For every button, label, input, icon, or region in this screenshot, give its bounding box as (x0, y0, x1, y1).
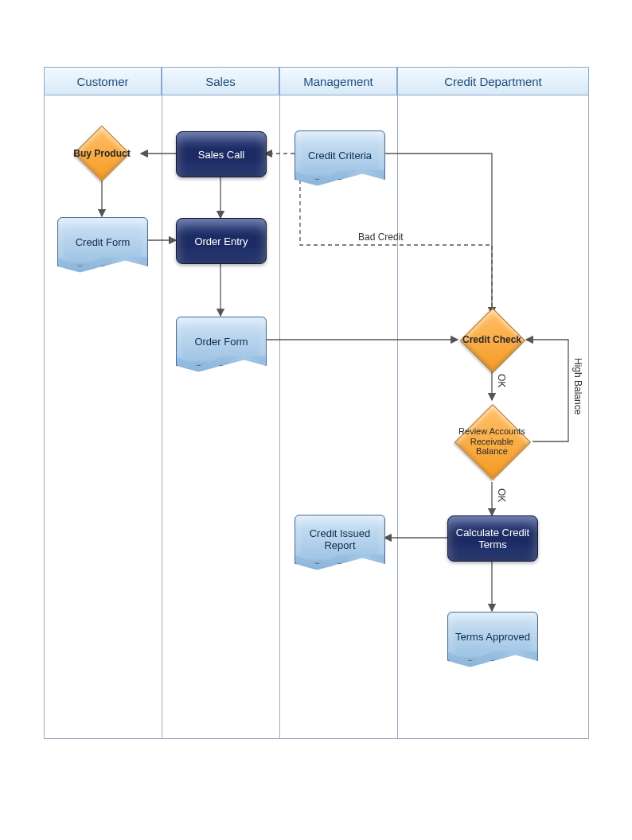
process-calc-terms: Calculate Credit Terms (447, 515, 538, 562)
process-sales-call: Sales Call (176, 131, 267, 177)
lane-header-management: Management (279, 67, 397, 95)
lane-management (279, 95, 397, 739)
process-order-entry: Order Entry (176, 218, 267, 264)
edge-label-high-balance: High Balance (572, 358, 583, 414)
document-credit-issued: Credit Issued Report (295, 515, 385, 564)
document-order-form: Order Form (176, 317, 267, 366)
document-credit-form: Credit Form (57, 217, 148, 266)
lane-sales (162, 95, 279, 739)
edge-label-bad-credit: Bad Credit (358, 231, 404, 243)
edge-label-ok2: OK (496, 488, 507, 502)
lane-header-customer: Customer (44, 67, 162, 95)
document-terms-approved: Terms Approved (447, 612, 538, 661)
lane-header-sales: Sales (162, 67, 279, 95)
lane-customer (44, 95, 162, 739)
lane-header-credit: Credit Department (397, 67, 589, 95)
edge-label-ok1: OK (496, 374, 507, 387)
document-credit-criteria: Credit Criteria (295, 130, 385, 180)
